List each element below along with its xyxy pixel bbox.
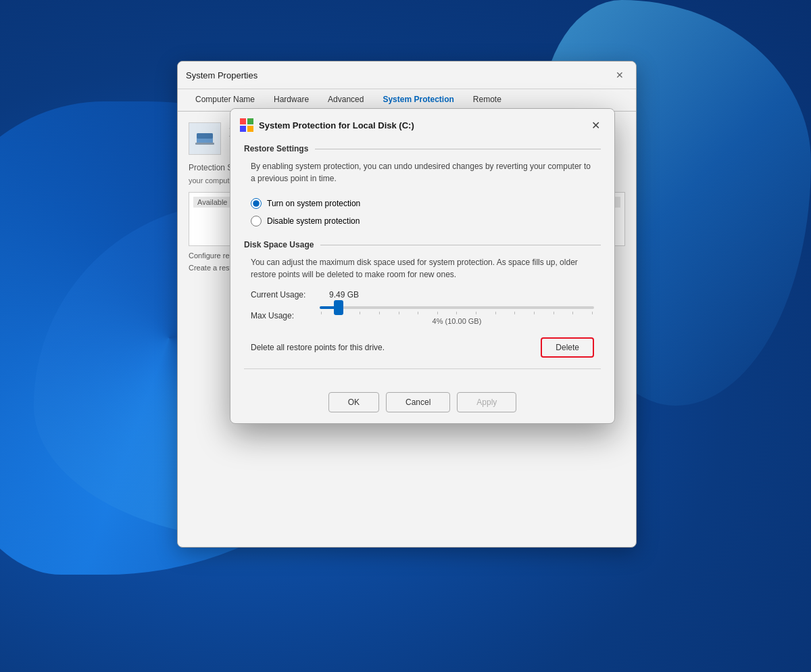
dialog-footer: OK Cancel Apply: [230, 385, 614, 423]
svg-rect-5: [240, 126, 246, 132]
sp-title-text: System Protection for Local Disk (C:): [259, 120, 414, 130]
disk-space-section-header: Disk Space Usage: [244, 240, 601, 249]
current-usage-label: Current Usage:: [251, 290, 318, 299]
restore-settings-section-header: Restore Settings: [244, 144, 601, 153]
slider-thumb[interactable]: [334, 300, 343, 315]
radio-turn-on[interactable]: Turn on system protection: [251, 198, 594, 209]
disk-space-desc: You can adjust the maximum disk space us…: [244, 256, 601, 281]
current-usage-value: 9.49 GB: [329, 290, 359, 299]
disk-space-label: Disk Space Usage: [244, 240, 314, 249]
sp-body: Restore Settings By enabling system prot…: [230, 144, 614, 385]
svg-rect-1: [197, 133, 213, 139]
radio-disable[interactable]: Disable system protection: [251, 216, 594, 226]
sp-title-left: System Protection for Local Disk (C:): [240, 118, 414, 132]
svg-rect-2: [195, 143, 214, 145]
disk-space-line: [320, 245, 601, 245]
system-properties-titlebar: System Properties ✕: [178, 62, 636, 89]
slider-percentage: 4% (10.00 GB): [320, 317, 594, 325]
radio-disable-label: Disable system protection: [267, 216, 360, 226]
system-protection-dialog: System Protection for Local Disk (C:) ✕ …: [230, 108, 615, 424]
delete-row-label: Delete all restore points for this drive…: [251, 343, 385, 352]
restore-settings-label: Restore Settings: [244, 144, 308, 153]
restore-settings-line: [315, 149, 601, 149]
svg-rect-3: [240, 118, 246, 124]
slider-tick-row: [320, 312, 594, 314]
dialog-footer-divider: [244, 368, 601, 369]
ok-button[interactable]: OK: [328, 392, 379, 412]
delete-row: Delete all restore points for this drive…: [244, 329, 601, 363]
system-properties-close-button[interactable]: ✕: [612, 67, 628, 83]
sp-titlebar: System Protection for Local Disk (C:) ✕: [230, 109, 614, 141]
radio-turn-on-input[interactable]: [251, 198, 262, 209]
sp-close-button[interactable]: ✕: [586, 116, 605, 135]
cancel-button[interactable]: Cancel: [386, 392, 450, 412]
svg-rect-6: [247, 126, 253, 132]
max-usage-slider-row: Max Usage:: [244, 306, 601, 325]
svg-rect-4: [247, 118, 253, 124]
radio-disable-input[interactable]: [251, 216, 262, 226]
max-usage-label: Max Usage:: [251, 311, 312, 320]
restore-settings-desc: By enabling system protection, you can u…: [244, 160, 601, 185]
system-properties-title: System Properties: [186, 70, 257, 80]
radio-turn-on-label: Turn on system protection: [267, 199, 360, 208]
delete-button[interactable]: Delete: [541, 337, 594, 358]
apply-button[interactable]: Apply: [457, 392, 516, 412]
slider-track: [320, 306, 594, 309]
sp-title-icon: [240, 118, 253, 132]
restore-settings-radio-group: Turn on system protection Disable system…: [244, 194, 601, 231]
slider-container: 4% (10.00 GB): [320, 306, 594, 325]
current-usage-row: Current Usage: 9.49 GB: [244, 290, 601, 299]
